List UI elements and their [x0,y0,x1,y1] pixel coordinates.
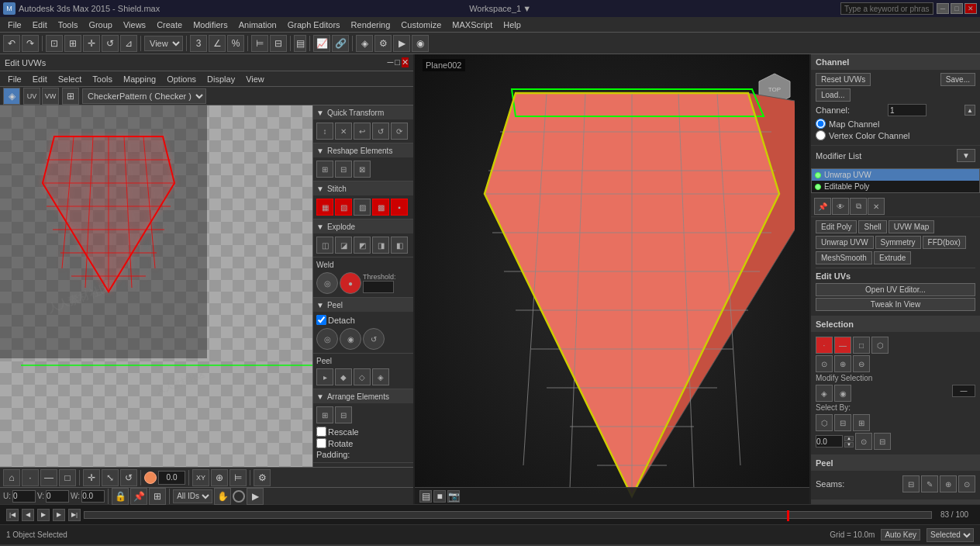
uv-home-btn[interactable]: ⌂ [3,469,20,486]
mirror-button[interactable]: ⊨ [251,35,268,52]
sel-val-down[interactable]: ▼ [844,442,854,448]
rotate-checkbox[interactable] [316,438,326,448]
weld-active-btn[interactable]: ● [340,272,361,294]
reshape-btn-3[interactable]: ⊠ [354,161,371,178]
seam-btn-2[interactable]: ✎ [921,475,938,492]
sb-btn-1[interactable]: ⬡ [816,414,833,431]
menu-file[interactable]: File [3,19,26,31]
menu-customize[interactable]: Customize [396,19,446,31]
uvw-maximize[interactable]: □ [395,57,400,67]
stitch-btn-4[interactable]: ▩ [372,199,389,216]
qt-btn-4[interactable]: ↺ [372,123,389,140]
uv-scale-btn[interactable]: ⤡ [102,469,119,486]
ffd-btn[interactable]: FFD(box) [923,236,966,249]
rescale-checkbox[interactable] [316,427,326,437]
channel-input[interactable] [888,104,927,116]
pin-btn-2[interactable]: ◆ [335,368,352,385]
peel-btn-3[interactable]: ↺ [363,328,385,350]
shell-btn[interactable]: Shell [858,220,886,233]
peel-rs-header[interactable]: Peel [811,455,980,471]
sb-btn-2[interactable]: ⊟ [834,414,851,431]
channel-up-btn[interactable]: ▲ [964,105,975,116]
sel-edge-btn[interactable]: — [834,337,851,354]
uv-v-input[interactable] [46,490,69,503]
layer-manager-button[interactable]: ▤ [294,35,306,52]
menu-views[interactable]: Views [119,19,150,31]
uv-color-dot[interactable] [144,472,157,484]
uv-pin2-btn[interactable]: 📌 [130,488,147,505]
open-uv-editor-btn[interactable]: Open UV Editor... [816,283,975,296]
checker-pattern-select[interactable]: CheckerPattern ( Checker ) [82,88,206,104]
meshsmooth-btn[interactable]: MeshSmooth [816,251,872,264]
modifier-editable-poly[interactable]: Editable Poly [812,181,979,192]
3d-viewport[interactable]: Plane002 TOP 人人素材社区 人人素材社区 [415,54,809,504]
quick-transform-header[interactable]: ▼ Quick Transform [313,105,413,119]
explode-btn-2[interactable]: ◪ [335,237,352,254]
uv-grid-btn[interactable]: ⊞ [149,488,166,505]
uvw-menu-select[interactable]: Select [53,73,87,85]
search-input[interactable] [840,2,933,15]
uv-move-btn[interactable]: ✛ [83,469,100,486]
reset-uvws-btn[interactable]: Reset UVWs [816,73,871,86]
edit-poly-btn[interactable]: Edit Poly [816,220,857,233]
stitch-header[interactable]: ▼ Stitch [313,181,413,195]
weld-circle-btn[interactable]: ◎ [316,272,338,294]
modifier-unwrap-uvw[interactable]: Unwrap UVW [812,169,979,181]
uv-snap-btn[interactable]: ⊕ [211,469,228,486]
align-button[interactable]: ⊟ [270,35,287,52]
stitch-btn-3[interactable]: ▨ [354,199,371,216]
menu-maxscript[interactable]: MAXScript [447,19,497,31]
menu-tools[interactable]: Tools [53,19,83,31]
timeline-next[interactable]: ▶ [53,509,65,521]
explode-btn-1[interactable]: ◫ [316,237,333,254]
auto-key-btn[interactable]: Auto Key [881,529,920,541]
mod-remove-btn[interactable]: ✕ [868,198,885,215]
uvw-menu-options[interactable]: Options [162,73,201,85]
uv-options-btn[interactable]: ⚙ [254,469,271,486]
undo-button[interactable]: ↶ [3,35,20,52]
pin-btn-3[interactable]: ◇ [354,368,371,385]
sel-val-input[interactable] [816,435,843,448]
threshold-input[interactable]: 0.01 [363,281,394,293]
uv-edge-mode[interactable]: — [40,469,57,486]
uvw-menu-tools[interactable]: Tools [88,73,117,85]
uv-circle-btn[interactable] [233,490,245,503]
stitch-btn-2[interactable]: ▧ [335,199,352,216]
uv-hand-btn[interactable]: ✋ [214,488,231,505]
percent-snap-button[interactable]: % [227,35,244,52]
menu-modifiers[interactable]: Modifiers [188,19,233,31]
qt-btn-5[interactable]: ⟳ [391,123,408,140]
explode-btn-3[interactable]: ◩ [354,237,371,254]
maximize-button[interactable]: □ [951,3,963,14]
redo-button[interactable]: ↷ [22,35,39,52]
rotate-button[interactable]: ↺ [102,35,119,52]
timeline-start[interactable]: |◀ [6,509,19,521]
seam-btn-4[interactable]: ⊙ [958,475,975,492]
peel-btn-2[interactable]: ◉ [340,328,361,350]
timeline-play[interactable]: ▶ [37,509,50,521]
symmetry-btn[interactable]: Symmetry [875,236,921,249]
ms-btn-1[interactable]: ◈ [816,385,833,402]
close-button[interactable]: ✕ [964,3,977,14]
uvw-mode-vw[interactable]: VW [42,88,59,105]
explode-header[interactable]: ▼ Explode [313,219,413,233]
vp-minimize[interactable]: ▤ [419,490,432,503]
reshape-btn-2[interactable]: ⊟ [335,161,352,178]
schematic-view-button[interactable]: 🔗 [332,35,349,52]
uvw-minimize[interactable]: ─ [388,57,394,67]
vp-mode-btn[interactable]: ■ [433,490,446,503]
menu-help[interactable]: Help [499,19,526,31]
arrange-btn-1[interactable]: ⊞ [316,406,333,423]
uvw-mode-uv[interactable]: UV [23,88,40,105]
reshape-btn-1[interactable]: ⊞ [316,161,333,178]
move-button[interactable]: ✛ [83,35,100,52]
sb-btn-3[interactable]: ⊞ [853,414,870,431]
timeline-end[interactable]: ▶| [68,509,81,521]
select-region-button[interactable]: ⊞ [64,35,81,52]
active-shade-button[interactable]: ◉ [412,35,429,52]
map-channel-radio[interactable] [816,119,826,129]
timeline-prev[interactable]: ◀ [22,509,34,521]
peel-header[interactable]: ▼ Peel [313,298,413,312]
render-button[interactable]: ▶ [393,35,410,52]
seam-btn-3[interactable]: ⊕ [940,475,957,492]
